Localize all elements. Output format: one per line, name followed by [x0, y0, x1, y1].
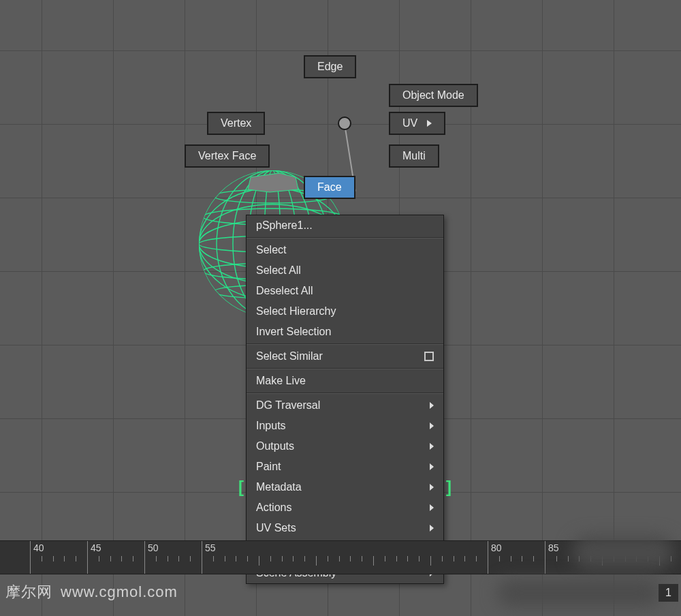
ctx-select-hierarchy[interactable]: Select Hierarchy	[247, 301, 443, 322]
label: Select Similar	[256, 350, 323, 363]
mm-vertex[interactable]: Vertex	[207, 112, 265, 135]
submenu-arrow-icon	[430, 525, 434, 532]
label: Deselect All	[256, 285, 313, 297]
marking-menu-origin-icon	[338, 117, 351, 130]
watermark-site: www.cgmol.com	[61, 583, 178, 601]
ctx-actions[interactable]: Actions	[247, 497, 443, 518]
ctx-invert-selection[interactable]: Invert Selection	[247, 322, 443, 342]
ctx-uv-sets[interactable]: UV Sets	[247, 518, 443, 538]
submenu-arrow-icon	[430, 443, 434, 450]
label: UV Sets	[256, 522, 296, 534]
separator	[247, 392, 443, 394]
redaction	[497, 579, 661, 606]
ctx-dg-traversal[interactable]: DG Traversal	[247, 395, 443, 416]
tick-label: 85	[548, 542, 559, 553]
ctx-deselect-all[interactable]: Deselect All	[247, 281, 443, 301]
watermark: 摩尔网 www.cgmol.com	[5, 582, 178, 602]
label: Edge	[317, 61, 343, 73]
label: Multi	[402, 150, 426, 162]
submenu-arrow-icon	[430, 463, 434, 470]
mm-edge[interactable]: Edge	[304, 55, 356, 78]
separator	[247, 343, 443, 345]
label: Vertex	[221, 117, 251, 129]
label: Face	[317, 181, 342, 194]
submenu-arrow-icon	[430, 484, 434, 491]
mm-multi[interactable]: Multi	[389, 144, 439, 168]
submenu-arrow-icon	[430, 504, 434, 511]
label: UV	[402, 117, 417, 129]
ctx-make-live[interactable]: Make Live	[247, 371, 443, 391]
submenu-arrow-icon	[427, 120, 432, 127]
separator	[247, 368, 443, 369]
tick-label: 50	[148, 542, 159, 553]
mm-vertex-face[interactable]: Vertex Face	[185, 144, 270, 168]
label: Select All	[256, 264, 301, 277]
bracket-icon: ]	[446, 478, 452, 497]
tick-label: 55	[205, 542, 216, 553]
label: DG Traversal	[256, 399, 320, 412]
ctx-header[interactable]: pSphere1...	[247, 215, 443, 236]
bracket-icon: [	[238, 478, 244, 497]
ctx-select-all[interactable]: Select All	[247, 260, 443, 281]
watermark-cn: 摩尔网	[5, 582, 52, 602]
label: Select Hierarchy	[256, 305, 336, 318]
submenu-arrow-icon	[430, 402, 434, 409]
label: Inputs	[256, 420, 286, 432]
ctx-select-similar[interactable]: Select Similar	[247, 346, 443, 367]
mm-face[interactable]: Face	[304, 176, 355, 199]
label: Object Mode	[402, 89, 464, 102]
tick-label: 45	[91, 542, 101, 553]
separator	[247, 237, 443, 238]
label: Select	[256, 244, 286, 256]
label: Invert Selection	[256, 326, 331, 338]
ctx-paint[interactable]: Paint	[247, 457, 443, 477]
label: Metadata	[256, 481, 302, 493]
label: Vertex Face	[198, 150, 256, 162]
label: Actions	[256, 502, 291, 514]
option-box-icon[interactable]	[424, 352, 434, 361]
label: Make Live	[256, 375, 306, 387]
label: 1	[665, 587, 671, 598]
mm-object-mode[interactable]: Object Mode	[389, 84, 478, 107]
submenu-arrow-icon	[430, 422, 434, 429]
ctx-inputs[interactable]: Inputs	[247, 416, 443, 436]
ctx-outputs[interactable]: Outputs	[247, 436, 443, 457]
label: pSphere1...	[256, 219, 313, 232]
tick-label: 40	[33, 542, 44, 553]
ctx-metadata[interactable]: [Metadata]	[247, 477, 443, 497]
tick-label: 80	[491, 542, 502, 553]
context-menu: pSphere1... Select Select All Deselect A…	[246, 215, 444, 584]
label: Paint	[256, 461, 281, 473]
mm-uv[interactable]: UV	[389, 112, 445, 135]
ctx-select[interactable]: Select	[247, 240, 443, 260]
label: Outputs	[256, 440, 294, 452]
redaction	[572, 536, 674, 570]
frame-display[interactable]: 1	[659, 584, 678, 602]
